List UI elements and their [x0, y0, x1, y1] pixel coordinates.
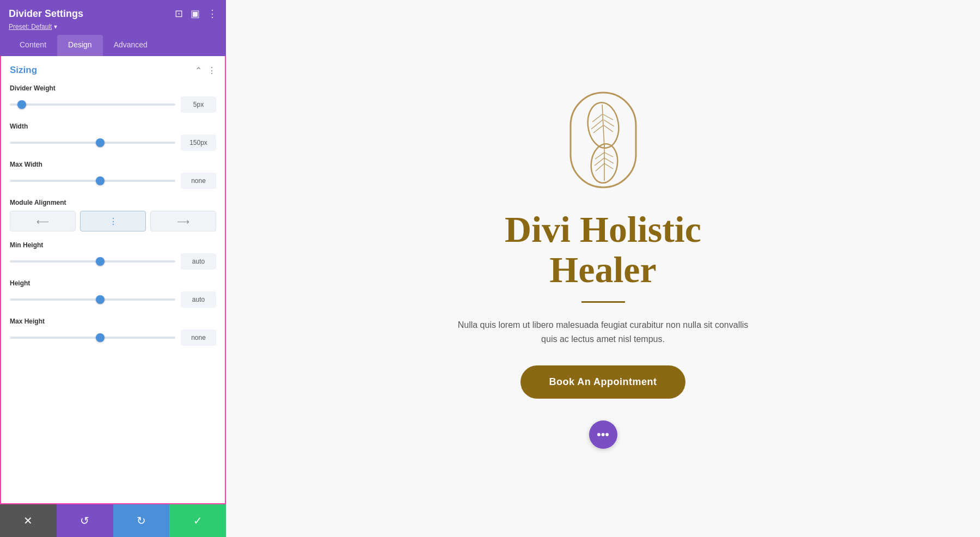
site-logo	[565, 88, 641, 192]
svg-line-13	[596, 163, 604, 171]
save-button[interactable]: ✓	[169, 504, 226, 537]
align-center-icon: ⋮	[109, 216, 118, 227]
divider-weight-value[interactable]: 5px	[181, 96, 216, 113]
fab-button[interactable]: •••	[589, 420, 617, 449]
divider-weight-setting: Divider Weight 5px	[10, 84, 216, 113]
collapse-icon[interactable]: ⌃	[195, 65, 202, 76]
height-value[interactable]: auto	[181, 291, 216, 308]
min-height-row: auto	[10, 253, 216, 270]
min-height-label: Min Height	[10, 241, 216, 249]
min-height-slider[interactable]	[10, 260, 175, 263]
max-height-label: Max Height	[10, 318, 216, 325]
width-slider[interactable]	[10, 142, 175, 144]
max-width-slider-container	[10, 175, 175, 186]
svg-line-3	[592, 114, 602, 122]
max-height-setting: Max Height none	[10, 318, 216, 346]
max-height-slider-container	[10, 332, 175, 343]
preview-content: Divi Holistic Healer Nulla quis lorem ut…	[440, 66, 767, 471]
redo-button[interactable]: ↻	[113, 504, 170, 537]
svg-line-8	[604, 125, 613, 132]
cancel-icon: ✕	[23, 514, 33, 527]
undo-icon: ↺	[80, 514, 89, 527]
save-icon: ✓	[193, 514, 203, 527]
section-sizing-header: Sizing ⌃ ⋮	[1, 56, 225, 80]
height-setting: Height auto	[10, 279, 216, 308]
book-appointment-button[interactable]: Book An Appointment	[520, 365, 685, 399]
site-title: Divi Holistic Healer	[505, 209, 701, 291]
height-label: Height	[10, 279, 216, 287]
panel-footer: ✕ ↺ ↻ ✓	[0, 504, 226, 537]
panel-title: Divider Settings	[9, 8, 83, 20]
max-height-slider[interactable]	[10, 337, 175, 339]
site-description: Nulla quis lorem ut libero malesuada feu…	[451, 318, 756, 346]
svg-line-11	[595, 152, 604, 159]
settings-panel: Divider Settings ⊡ ▣ ⋮ Preset: Default ▾…	[0, 0, 226, 537]
settings-group: Divider Weight 5px Width 150px	[1, 80, 225, 364]
align-left-icon: ⟵	[36, 216, 49, 227]
width-row: 150px	[10, 135, 216, 151]
svg-line-15	[604, 158, 614, 163]
svg-line-6	[603, 114, 613, 120]
height-slider-container	[10, 294, 175, 305]
align-right-icon: ⟶	[177, 216, 189, 227]
max-width-value[interactable]: none	[181, 173, 216, 189]
tab-advanced[interactable]: Advanced	[103, 35, 158, 56]
panel-content: Sizing ⌃ ⋮ Divider Weight 5px Width	[0, 56, 226, 504]
alignment-right-btn[interactable]: ⟶	[150, 211, 216, 231]
fab-icon: •••	[597, 428, 609, 442]
min-height-setting: Min Height auto	[10, 241, 216, 270]
max-width-slider[interactable]	[10, 180, 175, 182]
more-icon[interactable]: ⋮	[207, 8, 217, 20]
preset-label: Preset: Default ▾	[9, 23, 217, 30]
width-setting: Width 150px	[10, 123, 216, 151]
divider-weight-row: 5px	[10, 96, 216, 113]
layout-icon[interactable]: ▣	[191, 8, 200, 20]
svg-line-14	[604, 152, 613, 157]
panel-header-top: Divider Settings ⊡ ▣ ⋮	[9, 8, 217, 20]
width-label: Width	[10, 123, 216, 130]
height-slider[interactable]	[10, 298, 175, 301]
section-more-icon[interactable]: ⋮	[207, 65, 216, 76]
svg-line-7	[604, 120, 614, 126]
max-height-row: none	[10, 329, 216, 346]
max-width-setting: Max Width none	[10, 161, 216, 189]
alignment-left-btn[interactable]: ⟵	[10, 211, 76, 231]
divider-weight-slider-container	[10, 99, 175, 110]
width-slider-container	[10, 137, 175, 148]
divider-weight-label: Divider Weight	[10, 84, 216, 92]
max-width-label: Max Width	[10, 161, 216, 168]
undo-button[interactable]: ↺	[57, 504, 113, 537]
module-alignment-setting: Module Alignment ⟵ ⋮ ⟶	[10, 199, 216, 231]
panel-header: Divider Settings ⊡ ▣ ⋮ Preset: Default ▾…	[0, 0, 226, 56]
alignment-row: ⟵ ⋮ ⟶	[10, 211, 216, 231]
width-value[interactable]: 150px	[181, 135, 216, 151]
tab-design[interactable]: Design	[57, 35, 103, 56]
min-height-slider-container	[10, 256, 175, 267]
height-row: auto	[10, 291, 216, 308]
cancel-button[interactable]: ✕	[0, 504, 57, 537]
svg-rect-0	[571, 93, 636, 187]
section-header-icons: ⌃ ⋮	[195, 65, 216, 76]
tab-bar: Content Design Advanced	[9, 35, 217, 56]
panel-header-icons: ⊡ ▣ ⋮	[175, 8, 217, 20]
module-alignment-label: Module Alignment	[10, 199, 216, 206]
section-title: Sizing	[10, 65, 37, 76]
min-height-value[interactable]: auto	[181, 253, 216, 270]
divider-weight-slider[interactable]	[10, 103, 175, 106]
tab-content[interactable]: Content	[9, 35, 57, 56]
preview-area: Divi Holistic Healer Nulla quis lorem ut…	[226, 0, 980, 537]
screenshot-icon[interactable]: ⊡	[175, 8, 183, 20]
redo-icon: ↻	[137, 514, 146, 527]
max-height-value[interactable]: none	[181, 329, 216, 346]
svg-line-16	[604, 163, 613, 169]
alignment-center-btn[interactable]: ⋮	[80, 211, 146, 231]
decorative-divider	[581, 301, 625, 303]
max-width-row: none	[10, 173, 216, 189]
